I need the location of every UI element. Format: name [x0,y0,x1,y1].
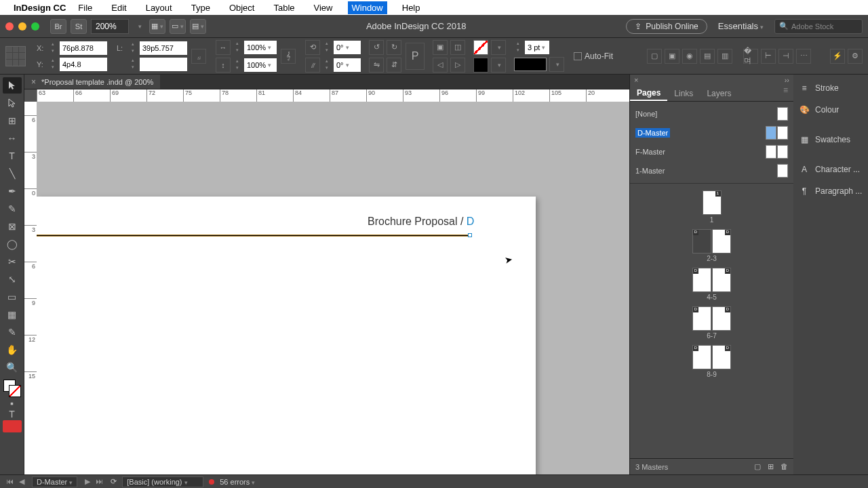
x-field[interactable]: 76p8.878 [60,41,107,55]
master-row[interactable]: D-Master [630,123,793,142]
flip-h-icon[interactable]: ⇋ [369,58,384,73]
y-stepper[interactable]: ▴▾ [49,58,57,71]
menu-table[interactable]: Table [269,1,298,14]
adobe-stock-search[interactable]: 🔍 Adobe Stock [774,19,863,34]
workspace-switcher[interactable]: Essentials [718,21,764,31]
new-page-icon[interactable]: ⊞ [768,462,774,471]
stock-button[interactable]: St [71,19,87,34]
scale-y-field[interactable]: 100% [244,58,277,72]
last-page-icon[interactable]: ⏭ [94,477,105,486]
zoom-level-field[interactable]: 200% [91,19,129,34]
rotate-cw-icon[interactable]: ↻ [387,40,401,55]
stroke-color-icon[interactable] [473,58,488,73]
header-text-frame[interactable]: Brochure Proposal / D [368,216,474,228]
autofit-checkbox[interactable] [574,52,582,60]
scale-x-field[interactable]: 100% [244,41,277,54]
shear-stepper[interactable]: ▴▾ [323,58,331,72]
gap-tool[interactable]: ↔ [3,130,22,146]
wrap-jump-next-icon[interactable]: ▥ [717,49,732,64]
zoom-window-button[interactable] [31,22,39,30]
header-rule[interactable] [37,235,471,237]
preflight-profile[interactable]: [Basic] (working) [122,476,203,487]
hand-tool[interactable]: ✋ [3,342,22,358]
page-spread[interactable]: DD4-5 [692,268,731,301]
stroke-color-dropdown[interactable] [491,58,506,73]
page-spread[interactable]: DD2-3 [692,229,731,262]
zoom-dropdown[interactable] [133,23,145,30]
fill-swatch[interactable] [473,40,488,55]
w-stepper[interactable]: ▴▾ [129,41,137,55]
dock-swatches[interactable]: ▦Swatches [793,129,868,150]
dock-colour[interactable]: 🎨Colour [793,99,868,121]
panel-collapse-icon[interactable]: ›› [785,76,789,84]
select-content-icon[interactable]: ◫ [450,40,465,55]
pencil-tool[interactable]: ✎ [3,201,22,217]
app-name[interactable]: InDesign CC [14,3,66,13]
selection-handle[interactable] [468,233,472,237]
errors-count[interactable]: 56 errors [220,478,255,486]
page-spread[interactable]: DD6-7 [692,306,731,340]
stroke-style-swatch[interactable] [514,58,547,71]
menu-layout[interactable]: Layout [142,1,176,14]
first-page-icon[interactable]: ⏮ [4,477,16,486]
vertical-ruler[interactable]: 6303691215 [24,102,37,474]
prev-page-icon[interactable]: ◀ [17,477,26,486]
sy-stepper[interactable]: ▴▾ [233,58,241,72]
close-window-button[interactable] [5,22,14,30]
type-tool[interactable]: T [3,148,22,164]
fill-stroke-swatch[interactable] [3,380,21,397]
rotate-ccw-icon[interactable]: ↺ [369,40,384,55]
h-field[interactable] [140,58,187,71]
tab-pages[interactable]: Pages [630,85,667,101]
w-field[interactable]: 39p5.757 [140,41,187,55]
quick-apply-icon[interactable]: ⚡ [830,49,845,64]
dock-paragraph[interactable]: ¶Paragraph ... [793,180,868,202]
menu-type[interactable]: Type [187,1,214,14]
stroke-weight-field[interactable]: 3 pt [525,41,549,54]
menu-help[interactable]: Help [398,1,425,14]
wrap-jump-icon[interactable]: ▤ [700,49,715,64]
apply-none-icon[interactable] [3,420,22,432]
arrange-button[interactable]: ▤ [190,19,206,34]
page-spread[interactable]: 11 [703,190,722,224]
constrain-proportions-icon[interactable]: ⟓ [191,49,206,64]
select-prev-icon[interactable]: ◁ [433,58,448,73]
shear-field[interactable]: 0° [334,58,361,72]
screen-mode-button[interactable]: ▭ [170,19,186,34]
page[interactable]: Brochure Proposal / D [37,197,536,474]
eyedropper-tool[interactable]: ✎ [3,324,22,340]
flip-v-icon[interactable]: ⇵ [387,58,401,73]
wrap-bbox-icon[interactable]: ▣ [665,49,679,64]
menu-edit[interactable]: Edit [107,1,130,14]
align-center-icon[interactable]: ⊢ [761,49,776,64]
align-right-icon[interactable]: ⊣ [778,49,793,64]
stroke-wt-stepper[interactable]: ▴▾ [514,41,522,54]
control-menu-icon[interactable]: ⚙ [848,49,863,64]
rectangle-tool[interactable]: ▭ [3,289,22,305]
ellipse-tool[interactable]: ◯ [3,236,22,252]
view-options-button[interactable]: ▦ [149,19,165,34]
align-left-icon[interactable]: �며 [743,49,758,64]
dock-character[interactable]: ACharacter ... [793,159,868,180]
align-more-icon[interactable]: ⋯ [796,49,811,64]
selection-tool[interactable] [3,77,22,94]
document-tab[interactable]: × *Proposal template .indd @ 200% [24,75,160,89]
fill-dropdown[interactable] [491,40,506,55]
wrap-none-icon[interactable]: ▢ [647,49,662,64]
tab-close-icon[interactable]: × [31,77,36,87]
rotate-field[interactable]: 0° [334,41,361,54]
tab-links[interactable]: Links [667,85,700,101]
next-page-icon[interactable]: ▶ [83,477,92,486]
reference-point[interactable] [5,46,26,66]
canvas[interactable]: Brochure Proposal / D ➤ [37,102,629,474]
panel-menu-icon[interactable]: ≡ [778,85,793,101]
preflight-menu-icon[interactable]: ⟳ [111,477,117,486]
stroke-style-dropdown[interactable] [549,57,564,72]
delete-page-icon[interactable]: 🗑 [781,462,788,471]
page-tool[interactable]: ⊞ [3,113,22,129]
y-field[interactable]: 4p4.8 [60,58,107,71]
select-container-icon[interactable]: ▣ [433,40,448,55]
edit-page-size-icon[interactable]: ▢ [754,462,761,471]
direct-selection-tool[interactable] [3,95,22,111]
h-stepper[interactable]: ▴▾ [129,58,137,71]
